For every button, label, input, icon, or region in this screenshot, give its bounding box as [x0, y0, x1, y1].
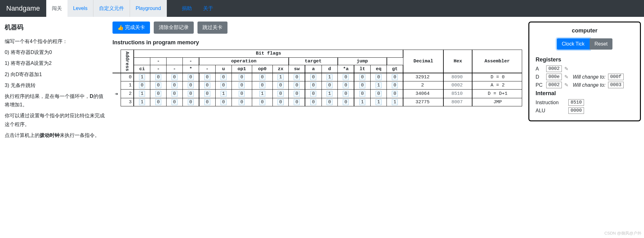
bit-cell[interactable]: 0 — [172, 99, 177, 105]
bit-cell[interactable]: 1 — [139, 91, 145, 97]
result-text: 执行程序的结果，是在每一个循环中，D的值将增加1。 — [5, 92, 106, 109]
bit-cell[interactable]: 0 — [392, 74, 398, 80]
register-value: 000e — [546, 74, 562, 80]
bit-cell[interactable]: 0 — [343, 99, 349, 105]
bit-cell[interactable]: 0 — [343, 74, 349, 80]
bit-cell[interactable]: 0 — [327, 82, 332, 88]
bit-cell[interactable]: 0 — [239, 91, 245, 97]
bit-cell[interactable]: 0 — [376, 74, 382, 80]
reset-button[interactable]: Reset — [590, 38, 613, 50]
bit-cell[interactable]: 0 — [277, 91, 283, 97]
link-donate[interactable]: 捐助 — [182, 5, 192, 12]
tab-custom[interactable]: 自定义元件 — [93, 0, 130, 17]
bit-cell[interactable]: 0 — [259, 82, 265, 88]
decimal-cell: 2 — [403, 81, 443, 90]
internal-value: 8510 — [568, 99, 584, 106]
bit-cell[interactable]: 0 — [259, 74, 265, 80]
bit-cell[interactable]: 0 — [155, 91, 161, 97]
bit-cell[interactable]: 0 — [310, 82, 316, 88]
tab-playground[interactable]: Playground — [130, 0, 167, 17]
internal-row: ALU0000 — [536, 107, 634, 114]
bit-cell[interactable]: 1 — [359, 99, 365, 105]
tab-challenge[interactable]: 闯关 — [46, 0, 67, 17]
bit-cell[interactable]: 0 — [359, 82, 365, 88]
pencil-icon[interactable]: ✎ — [564, 74, 568, 80]
bit-cell[interactable]: 1 — [139, 99, 145, 105]
register-value: 0002 — [546, 82, 562, 88]
bit-cell[interactable]: 0 — [310, 74, 316, 80]
memory-table: Address Bit flags Decimal Hex Assembler … — [112, 50, 522, 106]
bit-cell[interactable]: 0 — [155, 99, 161, 105]
bit-cell[interactable]: 0 — [294, 91, 300, 97]
bit-cell[interactable]: 0 — [188, 91, 194, 97]
bit-cell[interactable]: 0 — [172, 91, 177, 97]
bit-cell[interactable]: 0 — [392, 91, 398, 97]
pencil-icon[interactable]: ✎ — [564, 66, 568, 72]
step-2: 2) 向D寄存器加1 — [5, 70, 106, 79]
bit-cell[interactable]: 1 — [277, 74, 283, 80]
bit-cell[interactable]: 1 — [327, 74, 332, 80]
bit-cell[interactable]: 0 — [392, 82, 398, 88]
bit-cell[interactable]: 0 — [294, 74, 300, 80]
bit-cell[interactable]: 0 — [239, 99, 245, 105]
bit-cell[interactable]: 0 — [204, 91, 210, 97]
table-row: ➔21000010100010000340648510D = D+1 — [112, 90, 522, 98]
bit-cell[interactable]: 1 — [221, 91, 227, 97]
bit-cell[interactable]: 1 — [376, 99, 382, 105]
bit-cell[interactable]: 0 — [294, 82, 300, 88]
bit-cell[interactable]: 0 — [221, 99, 227, 105]
bit-cell[interactable]: 0 — [221, 82, 227, 88]
bit-cell[interactable]: 0 — [277, 99, 283, 105]
step-3: 3) 无条件跳转 — [5, 81, 106, 90]
bit-cell[interactable]: 0 — [239, 74, 245, 80]
bit-cell[interactable]: 0 — [155, 74, 161, 80]
bit-cell[interactable]: 0 — [294, 99, 300, 105]
link-about[interactable]: 关于 — [203, 5, 213, 12]
register-row: D000e✎Will change to:000f — [536, 74, 634, 80]
bit-cell[interactable]: 0 — [343, 82, 349, 88]
bit-cell[interactable]: 0 — [359, 74, 365, 80]
bit-cell[interactable]: 0 — [172, 82, 177, 88]
bit-cell[interactable]: 0 — [204, 99, 210, 105]
tab-levels[interactable]: Levels — [67, 0, 93, 17]
bit-cell[interactable]: 0 — [343, 91, 349, 97]
addr-cell: 1 — [121, 81, 134, 90]
bit-cell[interactable]: 0 — [188, 99, 194, 105]
bit-cell[interactable]: 1 — [392, 99, 398, 105]
bit-cell[interactable]: 0 — [172, 74, 177, 80]
current-row-arrow-icon: ➔ — [115, 91, 118, 97]
decimal-cell: 32912 — [403, 73, 443, 81]
bit-cell[interactable]: 0 — [239, 82, 245, 88]
step-0: 0) 将寄存器D设置为0 — [5, 48, 106, 56]
skip-level-button[interactable]: 跳过关卡 — [197, 22, 227, 34]
bit-cell[interactable]: 0 — [310, 91, 316, 97]
will-change-value: 000f — [608, 74, 624, 80]
bit-cell[interactable]: 1 — [139, 74, 145, 80]
bit-cell[interactable]: 0 — [277, 82, 283, 88]
clear-all-button[interactable]: 清除全部记录 — [154, 22, 194, 34]
hint-clock: 点击计算机上的拨动时钟来执行一条指令。 — [5, 131, 106, 139]
bit-cell[interactable]: 0 — [204, 82, 210, 88]
bit-cell[interactable]: 0 — [310, 99, 316, 105]
bit-cell[interactable]: 0 — [188, 82, 194, 88]
bit-cell[interactable]: 0 — [139, 82, 145, 88]
bit-cell[interactable]: 1 — [259, 91, 265, 97]
computer-panel: computer Clock Tick Reset Registers A000… — [528, 22, 641, 121]
bit-cell[interactable]: 0 — [188, 74, 194, 80]
col-address: Address — [121, 50, 134, 73]
bit-cell[interactable]: 0 — [259, 99, 265, 105]
clock-tick-button[interactable]: Clock Tick — [557, 38, 590, 50]
bit-cell[interactable]: 0 — [155, 82, 161, 88]
will-change-label: Will change to: — [573, 74, 606, 80]
bit-cell[interactable]: 0 — [327, 99, 332, 105]
bit-cell[interactable]: 1 — [327, 91, 332, 97]
memory-heading: Instructions in program memory — [112, 39, 522, 46]
bit-cell[interactable]: 0 — [204, 74, 210, 80]
bit-cell[interactable]: 0 — [221, 74, 227, 80]
hex-cell: 0002 — [443, 81, 472, 90]
pencil-icon[interactable]: ✎ — [564, 82, 568, 88]
bit-cell[interactable]: 0 — [359, 91, 365, 97]
complete-level-button[interactable]: 👍完成关卡 — [112, 22, 150, 34]
bit-cell[interactable]: 0 — [376, 91, 382, 97]
bit-cell[interactable]: 1 — [376, 82, 382, 88]
